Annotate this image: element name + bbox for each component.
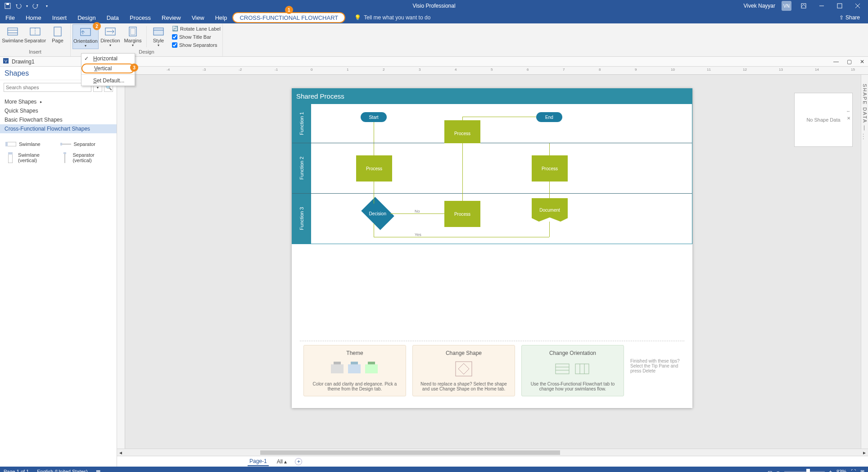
shape-swimlane[interactable]: Swimlane: [5, 141, 57, 148]
separator-button[interactable]: Separator: [24, 24, 46, 49]
end-shape[interactable]: End: [536, 112, 562, 122]
lane-2[interactable]: Function 2 Process Process: [292, 143, 692, 193]
orientation-button[interactable]: 2 Orientation ▾: [72, 24, 99, 49]
margins-button[interactable]: Margins ▾: [122, 24, 144, 49]
rotate-label: Rotate Lane Label: [180, 26, 221, 32]
minimize-icon[interactable]: [816, 1, 827, 10]
vertical-ruler[interactable]: [117, 75, 125, 449]
tab-insert[interactable]: Insert: [47, 12, 72, 23]
presentation-mode-icon[interactable]: ▭: [768, 469, 772, 472]
process-shape-4[interactable]: Process: [444, 201, 480, 227]
doc-maximize-icon[interactable]: ▢: [847, 59, 852, 65]
style-button[interactable]: Style ▾: [149, 24, 167, 49]
title-bar: ▾ ▾ Visio Professional Vivek Nayyar VN: [0, 0, 868, 12]
process-shape-3[interactable]: Process: [532, 155, 568, 182]
page-all[interactable]: All ▴: [277, 458, 287, 465]
show-title-checkbox[interactable]: Show Title Bar: [170, 33, 221, 41]
scroll-thumb[interactable]: [260, 450, 560, 455]
chevron-down-icon: ▾: [132, 43, 134, 47]
search-input[interactable]: [4, 83, 91, 92]
scroll-left-icon[interactable]: ◂: [117, 449, 124, 456]
zoom-level[interactable]: 83%: [836, 469, 846, 472]
orientation-set-default[interactable]: Set Default...: [81, 76, 135, 86]
pan-zoom-icon[interactable]: ⊞: [860, 469, 864, 472]
maximize-icon[interactable]: [834, 1, 845, 10]
tip-theme[interactable]: Theme Color can add clarity and elegance…: [303, 345, 406, 396]
save-icon[interactable]: [5, 3, 11, 9]
status-bar: Page 1 of 1 English (United States) ▦ ▭ …: [0, 467, 868, 472]
user-avatar[interactable]: VN: [782, 1, 791, 11]
tell-me[interactable]: 💡 Tell me what you want to do: [354, 14, 430, 21]
chevron-down-icon: ▾: [158, 43, 159, 47]
undo-icon[interactable]: [15, 3, 22, 9]
swimlane-v-icon: [5, 154, 15, 161]
document-shape[interactable]: Document: [532, 198, 568, 222]
tips-pane[interactable]: Theme Color can add clarity and elegance…: [300, 340, 684, 400]
drawing-surface[interactable]: No Shape Data ↔ ✕ Shared Process Functio…: [125, 75, 861, 449]
shape-data-panel[interactable]: No Shape Data ↔ ✕: [794, 93, 853, 147]
fit-page-icon[interactable]: ⛶: [851, 469, 856, 472]
process-shape-1[interactable]: Process: [444, 120, 480, 146]
lane-1-label[interactable]: Function 1: [292, 104, 311, 143]
user-name[interactable]: Vivek Nayyar: [744, 3, 775, 9]
tab-help[interactable]: Help: [210, 12, 233, 23]
tab-data[interactable]: Data: [101, 12, 124, 23]
zoom-in-icon[interactable]: +: [829, 469, 832, 472]
basic-flowchart-shapes[interactable]: Basic Flowchart Shapes: [5, 115, 112, 124]
flowchart-title[interactable]: Shared Process: [292, 88, 692, 104]
page-count[interactable]: Page 1 of 1: [4, 469, 29, 472]
cross-functional-shapes[interactable]: Cross-Functional Flowchart Shapes: [0, 124, 117, 133]
lane-1[interactable]: Function 1 Start Process End: [292, 104, 692, 143]
add-page-icon[interactable]: +: [295, 458, 302, 465]
show-separators-checkbox[interactable]: Show Separators: [170, 41, 221, 49]
orientation-vertical[interactable]: 3 Vertical: [81, 64, 135, 73]
language[interactable]: English (United States): [37, 469, 88, 472]
swimlane-button[interactable]: Swimlane: [2, 24, 23, 49]
tab-view[interactable]: View: [186, 12, 210, 23]
rotate-lane-checkbox[interactable]: 🔄Rotate Lane Label: [170, 25, 221, 33]
tab-file[interactable]: File: [0, 12, 20, 23]
horizontal-ruler[interactable]: -5-4-3-2-10123456789101112131415: [117, 67, 868, 75]
orientation-horizontal[interactable]: ✓ Horizontal: [81, 54, 135, 64]
tab-review[interactable]: Review: [156, 12, 186, 23]
shape-data-sidebar[interactable]: SHAPE DATA — ...: [861, 75, 868, 449]
doc-close-icon[interactable]: ✕: [860, 59, 864, 65]
page-label: Page: [52, 38, 63, 43]
ribbon-display-icon[interactable]: [798, 1, 809, 10]
process-shape-2[interactable]: Process: [356, 155, 392, 182]
page-button[interactable]: Page: [47, 24, 68, 49]
lane-2-label[interactable]: Function 2: [292, 143, 311, 193]
direction-button[interactable]: Direction ▾: [99, 24, 121, 49]
undo-dropdown-icon[interactable]: ▾: [26, 4, 28, 8]
scroll-right-icon[interactable]: ▸: [861, 449, 868, 456]
shape-swimlane-v[interactable]: Swimlane (vertical): [5, 152, 57, 163]
tip-orientation[interactable]: Change Orientation Use the Cross-Functio…: [521, 345, 624, 396]
start-shape[interactable]: Start: [361, 112, 387, 122]
page-canvas[interactable]: Shared Process Function 1 Start Process …: [292, 88, 692, 408]
tip-change-shape[interactable]: Change Shape Need to replace a shape? Se…: [412, 345, 515, 396]
menu-separator: [81, 74, 135, 75]
qat-customize-icon[interactable]: ▾: [46, 4, 48, 8]
macro-icon[interactable]: ▦: [96, 469, 100, 472]
canvas-area: -5-4-3-2-10123456789101112131415 No Shap…: [117, 67, 868, 467]
tab-process[interactable]: Process: [124, 12, 156, 23]
lane-3-label[interactable]: Function 3: [292, 194, 311, 244]
redo-icon[interactable]: [32, 3, 39, 9]
shape-separator-v[interactable]: Separator (vertical): [60, 152, 112, 163]
close-icon[interactable]: [852, 1, 863, 10]
page-tab-1[interactable]: Page-1: [248, 457, 269, 466]
more-shapes[interactable]: More Shapes▸: [5, 97, 112, 106]
share-button[interactable]: ⇪ Share: [839, 14, 868, 21]
doc-minimize-icon[interactable]: —: [833, 59, 839, 65]
shape-data-expand-icon[interactable]: ↔: [846, 109, 850, 113]
zoom-out-icon[interactable]: −: [777, 469, 779, 472]
document-name[interactable]: Drawing1: [12, 59, 35, 65]
quick-shapes[interactable]: Quick Shapes: [5, 106, 112, 115]
horizontal-scrollbar[interactable]: ◂ ▸: [117, 449, 868, 456]
svg-rect-29: [331, 364, 344, 373]
shape-separator[interactable]: Separator: [60, 141, 112, 148]
tab-home[interactable]: Home: [20, 12, 47, 23]
lane-3[interactable]: Function 3 Decision Process Document No: [292, 193, 692, 244]
shape-data-close-icon[interactable]: ✕: [847, 116, 850, 121]
decision-shape[interactable]: Decision: [361, 197, 394, 230]
